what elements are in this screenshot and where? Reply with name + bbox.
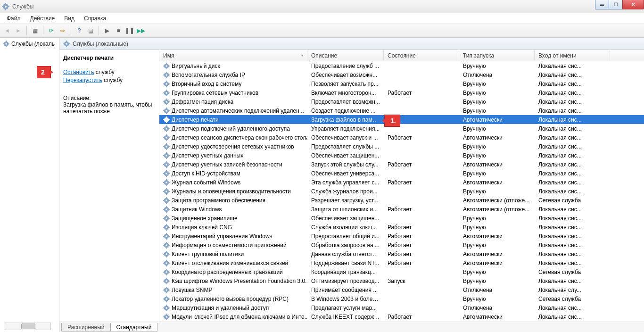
service-logon: Локальная сис...	[535, 134, 610, 141]
gear-icon	[163, 72, 170, 78]
service-description: Создает подключение ...	[307, 108, 384, 114]
close-button[interactable]	[622, 0, 644, 9]
service-row[interactable]: Диспетчер подключений удаленного доступа…	[159, 124, 644, 133]
service-row[interactable]: Клиент групповой политикиДанная служба о…	[159, 249, 644, 258]
gear-icon	[163, 260, 170, 266]
service-name: Диспетчер удостоверения сетевых участник…	[172, 143, 294, 150]
service-startup: Автоматически	[459, 179, 535, 186]
column-logon[interactable]: Вход от имени	[535, 50, 610, 61]
service-row[interactable]: Изоляция ключей CNGСлужба изоляции ключ.…	[159, 223, 644, 232]
service-row[interactable]: Инструментарий управления WindowsПредост…	[159, 232, 644, 241]
menu-view[interactable]: Вид	[59, 14, 79, 23]
service-row[interactable]: Диспетчер удостоверения сетевых участник…	[159, 142, 644, 151]
service-status: Работает	[384, 161, 459, 168]
service-startup: Вручную	[459, 152, 535, 159]
export-list-button[interactable]: ⇨	[58, 25, 68, 36]
restart-service-button[interactable]: ▶▶	[136, 25, 146, 36]
service-row[interactable]: Ловушка SNMPПринимает сообщения ...Отклю…	[159, 285, 644, 294]
gear-icon	[163, 99, 170, 105]
service-row[interactable]: Защита программного обеспеченияРазрешает…	[159, 196, 644, 205]
service-row[interactable]: Кэш шрифтов Windows Presentation Foundat…	[159, 276, 644, 285]
show-hide-tree-button[interactable]: ▦	[30, 25, 40, 36]
forward-button[interactable]: ►	[13, 25, 24, 36]
tab-extended[interactable]: Расширенный	[61, 323, 111, 332]
service-row[interactable]: Доступ к HID-устройствамОбеспечивает уни…	[159, 169, 644, 178]
column-status[interactable]: Состояние	[384, 50, 459, 61]
service-status: Работает	[384, 90, 459, 96]
service-row[interactable]: Диспетчер учетных данныхОбеспечивает защ…	[159, 151, 644, 160]
service-description: Обеспечивает возможн...	[307, 72, 384, 78]
service-row[interactable]: Диспетчер сеансов диспетчера окон рабоче…	[159, 133, 644, 142]
gear-icon	[163, 242, 170, 249]
service-logon: Локальная сис...	[535, 251, 610, 257]
service-row[interactable]: Координатор распределенных транзакцийКоо…	[159, 267, 644, 276]
service-row[interactable]: Диспетчер учетных записей безопасностиЗа…	[159, 160, 644, 169]
service-logon: Локальная сис...	[535, 90, 610, 96]
stop-service-button[interactable]: ■	[113, 25, 124, 36]
service-startup: Вручную	[459, 188, 535, 195]
service-logon: Локальная сис...	[535, 63, 610, 69]
service-row[interactable]: Вторичный вход в системуПозволяет запуск…	[159, 79, 644, 88]
service-row[interactable]: Дефрагментация дискаПредоставляет возмож…	[159, 97, 644, 106]
service-logon: Локальная сис...	[535, 188, 610, 195]
back-button[interactable]: ◄	[2, 25, 12, 36]
service-row[interactable]: Диспетчер печатиЗагрузка файлов в памя..…	[159, 115, 644, 124]
refresh-button[interactable]: ⟳	[46, 25, 57, 36]
menu-help[interactable]: Справка	[79, 14, 111, 23]
tree-hscrollbar[interactable]	[4, 323, 51, 330]
properties-button[interactable]: ▤	[85, 25, 96, 36]
gear-icon	[163, 251, 170, 257]
tab-standard[interactable]: Стандартный	[110, 323, 158, 332]
menu-action[interactable]: Действие	[25, 14, 60, 23]
column-startup[interactable]: Тип запуска	[459, 50, 535, 61]
gear-icon	[163, 215, 170, 222]
listview-header: Имя Описание Состояние Тип запуска Вход …	[159, 50, 644, 61]
service-row[interactable]: Клиент отслеживания изменившихся связейП…	[159, 258, 644, 267]
service-row[interactable]: Журналы и оповещения производительностиС…	[159, 187, 644, 196]
gear-icon	[163, 278, 170, 284]
service-logon: Сетевая служба	[535, 296, 610, 302]
stop-service-link[interactable]: Остановить	[63, 69, 94, 75]
menu-file[interactable]: Файл	[2, 14, 25, 23]
service-logon: Локальная сис...	[535, 242, 610, 249]
minimize-button[interactable]	[595, 0, 609, 9]
service-startup: Отключена	[459, 72, 535, 78]
service-startup: Автоматически	[459, 161, 535, 168]
service-name: Диспетчер подключений удаленного доступа	[172, 125, 290, 132]
service-description: Позволяет запускать пр...	[307, 81, 384, 87]
service-row[interactable]: Группировка сетевых участниковВключает м…	[159, 88, 644, 97]
service-name: Диспетчер сеансов диспетчера окон рабоче…	[172, 134, 307, 141]
column-name[interactable]: Имя	[159, 50, 307, 61]
service-row[interactable]: Маршрутизация и удаленный доступПредлага…	[159, 303, 644, 312]
service-startup: Вручную	[459, 63, 535, 69]
tree-node-services[interactable]: Службы (локаль	[1, 40, 58, 48]
service-row[interactable]: Диспетчер автоматических подключений уда…	[159, 106, 644, 115]
service-startup: Вручную	[459, 224, 535, 231]
service-row[interactable]: Защищенное хранилищеОбеспечивает защищен…	[159, 214, 644, 223]
service-name: Виртуальный диск	[172, 63, 220, 69]
services-listview: Имя Описание Состояние Тип запуска Вход …	[159, 50, 644, 322]
gear-icon	[163, 233, 170, 240]
gear-icon	[163, 269, 170, 275]
maximize-button[interactable]	[609, 0, 623, 9]
service-row[interactable]: Информация о совместимости приложенийОбр…	[159, 241, 644, 249]
gear-icon	[163, 287, 170, 293]
restart-service-link[interactable]: Перезапустить	[63, 77, 102, 83]
column-description[interactable]: Описание	[307, 50, 384, 61]
pause-service-button[interactable]: ❚❚	[124, 25, 135, 36]
start-service-button[interactable]: ▶	[102, 25, 112, 36]
gear-icon	[163, 108, 170, 114]
service-row[interactable]: Локатор удаленного вызова процедур (RPC)…	[159, 294, 644, 303]
service-row[interactable]: Вспомогательная служба IPОбеспечивает во…	[159, 70, 644, 79]
service-status: Работает	[384, 206, 459, 213]
help-button[interactable]: ?	[74, 25, 84, 36]
service-row[interactable]: Виртуальный дискПредоставление служб ...…	[159, 61, 644, 70]
service-row[interactable]: Защитник WindowsЗащита от шпионских и...…	[159, 205, 644, 214]
service-row[interactable]: Модули ключей IPsec для обмена ключами в…	[159, 312, 644, 321]
service-row[interactable]: Журнал событий WindowsЭта служба управля…	[159, 178, 644, 187]
service-description: Предлагает услуги мар...	[307, 305, 384, 311]
service-description: Обеспечивает универса...	[307, 170, 384, 177]
gear-icon	[163, 152, 170, 159]
service-logon: Локальная сис...	[535, 305, 610, 311]
annotation-1: 1.	[384, 115, 400, 127]
